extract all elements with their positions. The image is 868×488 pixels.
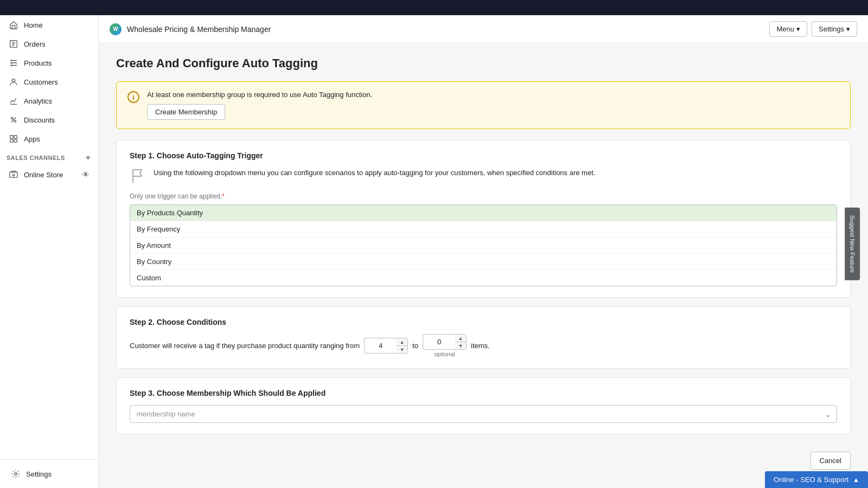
online-store-icon: [9, 170, 18, 179]
svg-rect-11: [10, 172, 17, 178]
trigger-dropdown[interactable]: By Products Quantity By Frequency By Amo…: [130, 204, 837, 286]
trigger-option-frequency[interactable]: By Frequency: [130, 221, 837, 237]
sidebar-item-products[interactable]: Products: [2, 54, 96, 72]
cancel-button[interactable]: Cancel: [810, 452, 851, 470]
analytics-icon: [9, 96, 18, 106]
items-label: items.: [471, 342, 490, 350]
sidebar-item-customers-label: Customers: [24, 78, 58, 86]
home-icon: [9, 20, 18, 30]
svg-point-4: [12, 79, 15, 82]
sidebar-item-discounts-label: Discounts: [24, 116, 55, 124]
products-icon: [9, 58, 18, 68]
svg-rect-9: [10, 139, 13, 142]
visibility-icon[interactable]: 👁: [82, 170, 90, 179]
step3-card: Step 3. Choose Membership Which Should B…: [116, 377, 851, 434]
customers-icon: [9, 77, 18, 87]
sidebar-bottom: Settings: [0, 459, 98, 488]
trigger-option-amount[interactable]: By Amount: [130, 237, 837, 254]
app-title: Wholesale Pricing & Membership Manager: [127, 25, 271, 34]
svg-point-6: [14, 120, 16, 123]
settings-chevron-icon: ▾: [846, 25, 850, 33]
bottom-bar-chevron: ▲: [853, 476, 859, 484]
channels-label: SALES CHANNELS: [7, 155, 65, 161]
sidebar-item-online-store[interactable]: Online Store 👁: [2, 165, 96, 184]
step1-card: Step 1. Choose Auto-Tagging Trigger Usin…: [116, 140, 851, 298]
svg-point-12: [12, 174, 15, 176]
required-note: Only one trigger can be applied.*: [130, 192, 837, 200]
svg-rect-7: [10, 136, 13, 138]
page-footer: Cancel: [116, 443, 851, 478]
to-value-input[interactable]: [423, 334, 455, 350]
sidebar-nav: Home Orders: [0, 15, 98, 459]
bottom-bar-label: Online - SEO & Support: [774, 476, 848, 484]
membership-select-wrapper[interactable]: membership name: [130, 405, 837, 423]
alert-icon: i: [127, 91, 139, 103]
sidebar-item-discounts[interactable]: Discounts: [2, 111, 96, 129]
svg-point-2: [11, 62, 12, 64]
alert-box: i At least one membership group is requi…: [116, 81, 851, 129]
apps-icon: [9, 134, 18, 144]
suggest-tab-label: Suggest New Feature: [849, 215, 856, 273]
sidebar-item-home-label: Home: [24, 21, 43, 29]
conditions-text: Customer will receive a tag if they purc…: [130, 342, 360, 350]
step3-title: Step 3. Choose Membership Which Should B…: [130, 389, 837, 397]
sidebar-item-orders[interactable]: Orders: [2, 35, 96, 53]
suggest-new-feature-tab[interactable]: Suggest New Feature: [845, 208, 860, 280]
menu-chevron-icon: ▾: [796, 25, 800, 33]
sidebar-item-analytics[interactable]: Analytics: [2, 92, 96, 110]
step2-title: Step 2. Choose Conditions: [130, 318, 837, 326]
trigger-flag-icon: [130, 168, 147, 185]
sidebar-item-analytics-label: Analytics: [24, 97, 52, 105]
settings-header-button[interactable]: Settings ▾: [812, 21, 857, 37]
bottom-support-bar[interactable]: Online - SEO & Support ▲: [765, 471, 868, 488]
settings-label: Settings: [26, 470, 52, 478]
online-store-label: Online Store: [24, 171, 63, 179]
sidebar-item-customers[interactable]: Customers: [2, 73, 96, 91]
svg-rect-10: [14, 139, 17, 142]
settings-header-label: Settings: [819, 25, 844, 33]
to-label: to: [412, 342, 418, 350]
alert-content: At least one membership group is require…: [147, 91, 839, 120]
app-header-left: W Wholesale Pricing & Membership Manager: [110, 23, 271, 35]
menu-button-label: Menu: [776, 25, 794, 33]
trigger-option-products-quantity[interactable]: By Products Quantity: [130, 205, 837, 221]
step1-title: Step 1. Choose Auto-Tagging Trigger: [130, 151, 837, 160]
app-header: W Wholesale Pricing & Membership Manager…: [99, 15, 868, 43]
membership-select[interactable]: membership name: [130, 405, 837, 423]
to-value-down-button[interactable]: ▼: [455, 342, 466, 349]
sidebar-item-products-label: Products: [24, 59, 52, 67]
from-value-down-button[interactable]: ▼: [397, 346, 407, 353]
trigger-option-country[interactable]: By Country: [130, 254, 837, 270]
svg-point-13: [15, 473, 17, 476]
main-content: W Wholesale Pricing & Membership Manager…: [99, 15, 868, 488]
trigger-description: Using the following dropdown menu you ca…: [130, 168, 837, 185]
from-value-group: ▲ ▼: [364, 338, 408, 354]
sidebar-item-home[interactable]: Home: [2, 16, 96, 34]
discounts-icon: [9, 115, 18, 125]
svg-point-1: [11, 60, 12, 61]
settings-icon: [11, 469, 21, 479]
conditions-row: Customer will receive a tag if they purc…: [130, 334, 837, 357]
sidebar-item-apps[interactable]: Apps: [2, 130, 96, 148]
menu-button[interactable]: Menu ▾: [769, 21, 807, 37]
trigger-desc-text: Using the following dropdown menu you ca…: [154, 168, 595, 178]
add-channel-button[interactable]: ＋: [84, 153, 92, 163]
app-header-right: Menu ▾ Settings ▾: [769, 21, 857, 37]
to-value-up-button[interactable]: ▲: [455, 335, 466, 342]
page-content: Create And Configure Auto Tagging i At l…: [99, 43, 868, 488]
sidebar-item-apps-label: Apps: [24, 135, 40, 143]
optional-label: optional: [423, 351, 467, 357]
sidebar: Home Orders: [0, 15, 99, 488]
svg-point-5: [11, 118, 14, 120]
sidebar-channels-section: SALES CHANNELS ＋: [0, 149, 98, 165]
sidebar-item-orders-label: Orders: [24, 40, 46, 48]
sidebar-item-settings[interactable]: Settings: [4, 465, 94, 483]
top-bar: [0, 0, 868, 15]
trigger-option-custom[interactable]: Custom: [130, 270, 837, 286]
alert-text: At least one membership group is require…: [147, 91, 839, 99]
from-value-input[interactable]: [364, 338, 397, 354]
create-membership-button[interactable]: Create Membership: [147, 104, 225, 120]
from-value-up-button[interactable]: ▲: [397, 338, 407, 346]
step2-card: Step 2. Choose Conditions Customer will …: [116, 306, 851, 369]
to-value-group: ▲ ▼ optional: [423, 334, 467, 357]
